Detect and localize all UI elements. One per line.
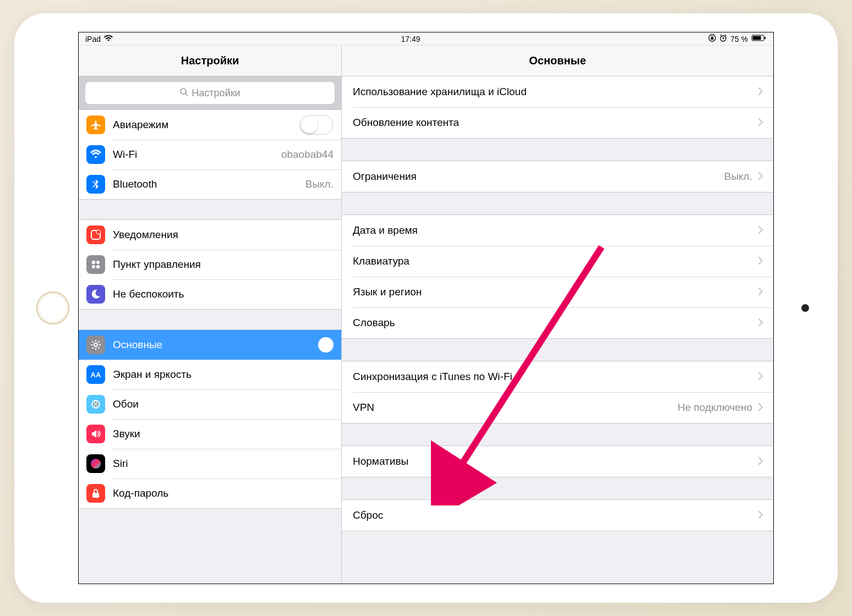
main-item-datetime[interactable]: Дата и время (342, 215, 773, 246)
sidebar-item-control-center[interactable]: Пункт управления (79, 250, 341, 279)
main-item-label: Использование хранилища и iCloud (353, 86, 758, 98)
svg-text:AA: AA (91, 371, 101, 379)
device-label: iPad (85, 35, 101, 43)
main-item-label: Словарь (353, 317, 758, 329)
main-item-vpn[interactable]: VPNНе подключено (342, 392, 773, 423)
main-item-label: VPN (353, 402, 678, 414)
sidebar-item-label: Siri (113, 458, 334, 470)
sidebar-item-sounds[interactable]: Звуки (79, 419, 341, 449)
main-item-label: Ограничения (353, 170, 724, 183)
siri-icon (86, 454, 105, 473)
main-item-dictionary[interactable]: Словарь (342, 307, 773, 338)
sidebar-item-wifi[interactable]: Wi-Fiobaobab44 (79, 140, 341, 169)
main-item-keyboard[interactable]: Клавиатура (342, 246, 773, 277)
chevron-right-icon (758, 254, 763, 268)
sidebar-item-detail: Выкл. (305, 178, 334, 190)
sidebar-item-label: Bluetooth (113, 178, 305, 190)
svg-rect-9 (96, 261, 100, 264)
chevron-right-icon (758, 85, 763, 99)
main-pane: Основные Использование хранилища и iClou… (342, 46, 773, 584)
wallpaper-icon (86, 395, 105, 414)
sidebar-item-label: Не беспокоить (113, 288, 334, 300)
sidebar-item-general[interactable]: Основные1 (79, 330, 341, 360)
sidebar-item-label: Обои (113, 398, 334, 410)
chevron-right-icon (758, 454, 763, 469)
search-wrap: Настройки (79, 76, 341, 110)
gear-icon (86, 336, 105, 354)
main-item-regulatory[interactable]: Нормативы (342, 446, 773, 477)
main-item-reset[interactable]: Сброс (342, 500, 773, 531)
search-input[interactable]: Настройки (85, 82, 335, 104)
moon-icon (86, 285, 105, 304)
main-item-detail: Выкл. (724, 170, 752, 183)
svg-point-7 (96, 230, 101, 234)
svg-rect-10 (92, 265, 95, 268)
chevron-right-icon (758, 116, 763, 130)
sidebar-item-label: Пункт управления (113, 258, 334, 271)
chevron-right-icon (758, 400, 763, 415)
battery-percent: 75 % (730, 35, 748, 43)
svg-point-12 (94, 343, 97, 346)
display-icon: AA (86, 365, 105, 384)
svg-rect-17 (92, 493, 99, 498)
control-center-icon (86, 255, 105, 274)
main-item-label: Нормативы (353, 455, 758, 468)
main-title: Основные (342, 46, 773, 76)
svg-rect-11 (96, 265, 100, 268)
settings-sidebar: Настройки Настройки АвиарежимWi-Fiobaoba… (79, 46, 342, 584)
main-item-label: Дата и время (353, 224, 758, 237)
sidebar-item-label: Код-пароль (113, 487, 334, 499)
alarm-icon (719, 34, 727, 43)
sidebar-item-label: Основные (113, 339, 318, 351)
wifi-status-icon (104, 35, 113, 43)
main-item-background-refresh[interactable]: Обновление контента (342, 107, 773, 138)
sidebar-item-siri[interactable]: Siri (79, 449, 341, 479)
clock: 17:49 (401, 35, 420, 43)
sidebar-item-label: Wi-Fi (113, 148, 281, 161)
main-item-language[interactable]: Язык и регион (342, 277, 773, 307)
notifications-icon (86, 226, 105, 244)
main-item-detail: Не подключено (678, 402, 752, 414)
status-bar: iPad 17:49 75 % (79, 32, 773, 46)
chevron-right-icon (758, 370, 763, 384)
sidebar-item-bluetooth[interactable]: BluetoothВыкл. (79, 169, 341, 199)
screen: iPad 17:49 75 % (78, 32, 774, 584)
main-item-restrictions[interactable]: ОграниченияВыкл. (342, 161, 773, 192)
main-item-storage[interactable]: Использование хранилища и iCloud (342, 76, 773, 107)
chevron-right-icon (758, 508, 763, 522)
sidebar-item-airplane[interactable]: Авиарежим (79, 110, 341, 140)
airplane-icon (86, 116, 105, 134)
chevron-right-icon (758, 169, 763, 184)
sidebar-item-label: Экран и яркость (113, 369, 334, 381)
badge: 1 (318, 337, 334, 353)
main-item-label: Обновление контента (353, 117, 758, 129)
sidebar-item-label: Авиарежим (113, 119, 299, 131)
search-placeholder: Настройки (192, 87, 240, 99)
sidebar-title: Настройки (79, 46, 341, 76)
lock-icon (86, 484, 105, 503)
home-button[interactable] (36, 292, 69, 324)
sound-icon (86, 425, 105, 443)
sidebar-item-detail: obaobab44 (281, 148, 334, 161)
svg-point-5 (181, 89, 186, 94)
sidebar-item-notifications[interactable]: Уведомления (79, 220, 341, 250)
svg-point-16 (91, 459, 101, 469)
chevron-right-icon (758, 223, 763, 238)
main-item-label: Синхронизация с iTunes по Wi-Fi (353, 371, 758, 383)
main-item-label: Язык и регион (353, 286, 758, 298)
sidebar-item-dnd[interactable]: Не беспокоить (79, 279, 341, 309)
airplane-toggle[interactable] (299, 115, 334, 135)
main-item-label: Клавиатура (353, 255, 758, 267)
wifi-icon (86, 145, 105, 164)
search-icon (179, 87, 188, 99)
svg-rect-8 (92, 261, 95, 264)
main-item-itunes-wifi-sync[interactable]: Синхронизация с iTunes по Wi-Fi (342, 361, 773, 392)
bluetooth-icon (86, 175, 105, 194)
ipad-frame: iPad 17:49 75 % (14, 13, 838, 603)
orientation-lock-icon (708, 34, 716, 43)
sidebar-item-display[interactable]: AAЭкран и яркость (79, 360, 341, 389)
chevron-right-icon (758, 316, 763, 330)
front-camera (801, 304, 809, 312)
sidebar-item-wallpaper[interactable]: Обои (79, 389, 341, 419)
sidebar-item-passcode[interactable]: Код-пароль (79, 479, 341, 508)
